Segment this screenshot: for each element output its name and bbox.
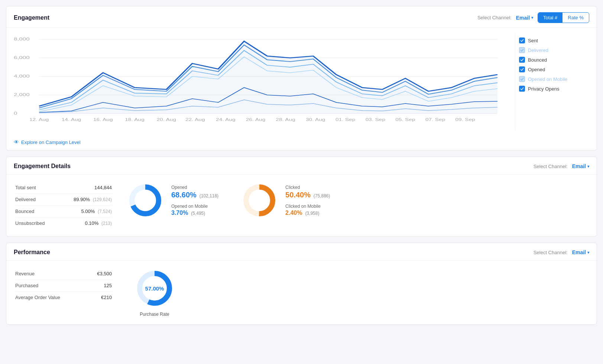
engagement-details-card: Engagement Details Select Channel: Email… [6, 157, 597, 237]
delivered-label: Delivered [15, 197, 36, 202]
details-channel-select[interactable]: Email ▾ [572, 163, 589, 169]
legend-item-delivered[interactable]: Delivered [519, 47, 589, 53]
opened-donut-wrapper: Opened 68.60% (102,118) Opened on Mobile… [127, 182, 218, 219]
svg-text:8,000: 8,000 [14, 37, 30, 41]
eye-icon: 👁 [14, 139, 19, 145]
svg-text:16. Aug: 16. Aug [93, 118, 113, 122]
engagement-card: Engagement Select Channel: Email ▾ Total… [6, 6, 597, 151]
unsubscribed-value: 0.10% (213) [85, 220, 112, 226]
opened-donut-info: Opened 68.60% (102,118) Opened on Mobile… [171, 185, 218, 216]
details-chevron-down-icon: ▾ [587, 164, 589, 168]
purchase-rate-center-text: 57.00% [145, 285, 164, 292]
opened-donut-container [127, 182, 164, 219]
legend-item-sent[interactable]: Sent [519, 37, 589, 43]
purchase-rate-label: Purchase Rate [140, 312, 169, 317]
chevron-down-icon: ▾ [531, 16, 533, 20]
clicked-mobile-metric: Clicked on Mobile 2.40% (3,958) [285, 204, 330, 216]
legend-label-sent: Sent [528, 38, 538, 43]
engagement-details-header: Engagement Details Select Channel: Email… [6, 157, 597, 174]
stat-row-revenue: Revenue €3,500 [15, 268, 112, 280]
clicked-donut-container [241, 182, 278, 219]
opened-donut-svg [127, 182, 164, 219]
engagement-stats-table: Total sent 144,844 Delivered 89.90% (129… [15, 182, 112, 229]
stat-row-avg-order: Average Order Value €210 [15, 292, 112, 303]
svg-text:05. Sep: 05. Sep [395, 118, 415, 122]
privacy-opens-checkbox[interactable] [519, 86, 525, 92]
bounced-value: 5.00% (7,524) [81, 209, 112, 214]
legend-item-privacy-opens[interactable]: Privacy Opens [519, 86, 589, 92]
engagement-channel-select[interactable]: Email ▾ [516, 15, 533, 21]
explore-campaign-link[interactable]: 👁 Explore on Campaign Level [6, 136, 597, 150]
svg-text:01. Sep: 01. Sep [335, 118, 355, 122]
avg-order-label: Average Order Value [15, 295, 60, 300]
total-sent-value: 144,844 [94, 185, 112, 190]
engagement-header: Engagement Select Channel: Email ▾ Total… [6, 6, 597, 28]
performance-controls: Select Channel: Email ▾ [534, 249, 589, 255]
rate-toggle-button[interactable]: Rate % [563, 13, 589, 23]
opened-metric-label: Opened [171, 185, 218, 190]
performance-body: Revenue €3,500 Purchased 125 Average Ord… [6, 260, 597, 324]
delivered-checkbox[interactable] [519, 47, 525, 53]
stat-row-total-sent: Total sent 144,844 [15, 182, 112, 194]
svg-text:03. Sep: 03. Sep [366, 118, 385, 122]
engagement-body: 8,000 6,000 4,000 2,000 0 [6, 28, 597, 136]
svg-text:07. Sep: 07. Sep [425, 118, 445, 122]
svg-text:4,000: 4,000 [14, 74, 30, 78]
svg-text:6,000: 6,000 [14, 55, 30, 60]
performance-title: Performance [14, 249, 50, 256]
view-toggle-group: Total # Rate % [538, 12, 589, 23]
engagement-title: Engagement [14, 14, 49, 21]
engagement-chart: 8,000 6,000 4,000 2,000 0 [14, 34, 509, 130]
legend-item-opened-mobile[interactable]: Opened on Mobile [519, 76, 589, 82]
svg-text:0: 0 [14, 111, 17, 115]
svg-text:30. Aug: 30. Aug [306, 118, 325, 122]
perf-channel-select[interactable]: Email ▾ [572, 249, 589, 255]
revenue-value: €3,500 [97, 271, 112, 276]
opened-metric-value: 68.60% (102,118) [171, 191, 218, 199]
svg-text:2,000: 2,000 [14, 92, 30, 97]
clicked-metric-label: Clicked [285, 185, 330, 190]
opened-mobile-metric-value: 3.70% (5,495) [171, 210, 218, 216]
engagement-chart-svg: 8,000 6,000 4,000 2,000 0 [14, 34, 509, 130]
details-select-channel-label: Select Channel: [534, 164, 568, 169]
unsubscribed-label: Unsubscribed [15, 220, 45, 226]
select-channel-label: Select Channel: [477, 15, 512, 20]
sent-checkbox[interactable] [519, 37, 525, 43]
legend-item-opened[interactable]: Opened [519, 66, 589, 72]
engagement-controls: Select Channel: Email ▾ Total # Rate % [477, 12, 589, 23]
legend-label-privacy-opens: Privacy Opens [528, 86, 560, 92]
revenue-label: Revenue [15, 271, 35, 276]
purchased-label: Purchased [15, 283, 38, 288]
stat-row-bounced: Bounced 5.00% (7,524) [15, 206, 112, 217]
svg-text:09. Sep: 09. Sep [455, 118, 475, 122]
opened-mobile-checkbox[interactable] [519, 76, 525, 82]
opened-mobile-metric: Opened on Mobile 3.70% (5,495) [171, 204, 218, 216]
clicked-donut-wrapper: Clicked 50.40% (75,886) Clicked on Mobil… [241, 182, 330, 219]
purchase-rate-wrapper: 57.00% Purchase Rate [134, 268, 175, 317]
total-toggle-button[interactable]: Total # [538, 13, 563, 23]
perf-select-channel-label: Select Channel: [534, 250, 568, 255]
performance-header: Performance Select Channel: Email ▾ [6, 243, 597, 260]
svg-text:24. Aug: 24. Aug [216, 118, 236, 122]
bounced-label: Bounced [15, 209, 34, 214]
engagement-details-title: Engagement Details [14, 163, 71, 170]
clicked-donut-svg [241, 182, 278, 219]
explore-link-text: Explore on Campaign Level [21, 140, 81, 145]
svg-text:18. Aug: 18. Aug [125, 118, 145, 122]
svg-text:22. Aug: 22. Aug [185, 118, 205, 122]
engagement-details-body: Total sent 144,844 Delivered 89.90% (129… [6, 174, 597, 236]
opened-checkbox[interactable] [519, 66, 525, 72]
stat-row-unsubscribed: Unsubscribed 0.10% (213) [15, 217, 112, 229]
performance-stats-table: Revenue €3,500 Purchased 125 Average Ord… [15, 268, 112, 303]
legend-label-opened: Opened [528, 67, 545, 72]
total-sent-label: Total sent [15, 185, 36, 190]
opened-mobile-metric-label: Opened on Mobile [171, 204, 218, 209]
legend-item-bounced[interactable]: Bounced [519, 57, 589, 63]
donut-section: Opened 68.60% (102,118) Opened on Mobile… [127, 182, 330, 219]
engagement-details-controls: Select Channel: Email ▾ [534, 163, 589, 169]
bounced-checkbox[interactable] [519, 57, 525, 63]
chart-legend: Sent Delivered Bounced [515, 34, 589, 130]
purchase-rate-donut: 57.00% [134, 268, 175, 309]
svg-text:26. Aug: 26. Aug [246, 118, 266, 122]
avg-order-value: €210 [101, 295, 112, 300]
